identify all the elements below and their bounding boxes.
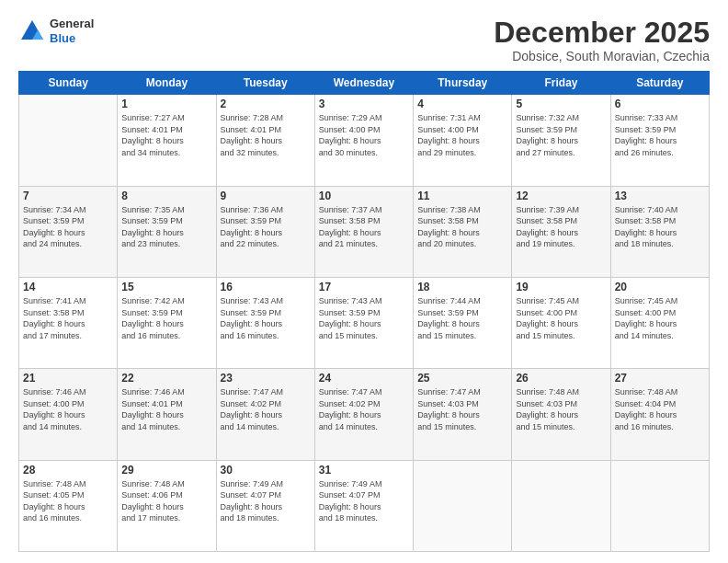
day-number: 17 <box>319 281 409 293</box>
day-info: Sunrise: 7:47 AM Sunset: 4:03 PM Dayligh… <box>417 386 507 432</box>
day-number: 1 <box>121 98 211 110</box>
day-info: Sunrise: 7:38 AM Sunset: 3:58 PM Dayligh… <box>417 204 507 250</box>
day-header-saturday: Saturday <box>610 72 709 95</box>
calendar-cell: 18Sunrise: 7:44 AM Sunset: 3:59 PM Dayli… <box>414 277 512 368</box>
calendar-cell: 7Sunrise: 7:34 AM Sunset: 3:59 PM Daylig… <box>19 186 118 277</box>
day-number: 22 <box>121 372 211 385</box>
day-header-tuesday: Tuesday <box>216 72 314 95</box>
calendar-cell: 13Sunrise: 7:40 AM Sunset: 3:58 PM Dayli… <box>610 186 709 277</box>
calendar-week-row: 21Sunrise: 7:46 AM Sunset: 4:00 PM Dayli… <box>19 369 710 460</box>
calendar-cell: 11Sunrise: 7:38 AM Sunset: 3:58 PM Dayli… <box>414 186 512 277</box>
calendar-cell: 12Sunrise: 7:39 AM Sunset: 3:58 PM Dayli… <box>512 186 610 277</box>
calendar-cell: 21Sunrise: 7:46 AM Sunset: 4:00 PM Dayli… <box>19 369 118 460</box>
day-number: 21 <box>23 372 113 385</box>
calendar-cell: 15Sunrise: 7:42 AM Sunset: 3:59 PM Dayli… <box>118 277 216 368</box>
calendar-cell <box>610 460 709 551</box>
subtitle: Dobsice, South Moravian, Czechia <box>494 49 710 63</box>
day-number: 7 <box>23 190 113 202</box>
day-info: Sunrise: 7:45 AM Sunset: 4:00 PM Dayligh… <box>516 295 606 341</box>
calendar-cell: 26Sunrise: 7:48 AM Sunset: 4:03 PM Dayli… <box>512 369 610 460</box>
calendar-cell: 2Sunrise: 7:28 AM Sunset: 4:01 PM Daylig… <box>216 95 314 186</box>
day-header-thursday: Thursday <box>414 72 512 95</box>
day-info: Sunrise: 7:34 AM Sunset: 3:59 PM Dayligh… <box>23 204 113 250</box>
calendar-cell: 4Sunrise: 7:31 AM Sunset: 4:00 PM Daylig… <box>414 95 512 186</box>
day-info: Sunrise: 7:32 AM Sunset: 3:59 PM Dayligh… <box>516 112 606 158</box>
calendar-header-row: SundayMondayTuesdayWednesdayThursdayFrid… <box>19 72 710 95</box>
page: General Blue December 2025 Dobsice, Sout… <box>0 0 728 563</box>
calendar-cell: 23Sunrise: 7:47 AM Sunset: 4:02 PM Dayli… <box>216 369 314 460</box>
day-number: 8 <box>121 190 211 202</box>
header: General Blue December 2025 Dobsice, Sout… <box>18 17 710 63</box>
day-number: 23 <box>221 372 311 385</box>
day-info: Sunrise: 7:28 AM Sunset: 4:01 PM Dayligh… <box>221 112 311 158</box>
day-info: Sunrise: 7:49 AM Sunset: 4:07 PM Dayligh… <box>221 478 311 524</box>
day-number: 25 <box>417 372 507 385</box>
day-info: Sunrise: 7:48 AM Sunset: 4:04 PM Dayligh… <box>615 386 705 432</box>
calendar-cell <box>512 460 610 551</box>
day-number: 14 <box>23 281 113 293</box>
day-number: 19 <box>516 281 606 293</box>
day-info: Sunrise: 7:49 AM Sunset: 4:07 PM Dayligh… <box>319 478 409 524</box>
day-number: 24 <box>319 372 409 385</box>
day-info: Sunrise: 7:48 AM Sunset: 4:05 PM Dayligh… <box>23 478 113 524</box>
day-info: Sunrise: 7:36 AM Sunset: 3:59 PM Dayligh… <box>221 204 311 250</box>
calendar-cell: 6Sunrise: 7:33 AM Sunset: 3:59 PM Daylig… <box>610 95 709 186</box>
logo-text: General Blue <box>50 17 94 45</box>
calendar-cell: 19Sunrise: 7:45 AM Sunset: 4:00 PM Dayli… <box>512 277 610 368</box>
calendar-cell: 8Sunrise: 7:35 AM Sunset: 3:59 PM Daylig… <box>118 186 216 277</box>
day-number: 20 <box>615 281 705 293</box>
day-info: Sunrise: 7:41 AM Sunset: 3:58 PM Dayligh… <box>23 295 113 341</box>
day-number: 12 <box>516 190 606 202</box>
calendar-cell: 10Sunrise: 7:37 AM Sunset: 3:58 PM Dayli… <box>314 186 413 277</box>
day-info: Sunrise: 7:37 AM Sunset: 3:58 PM Dayligh… <box>319 204 409 250</box>
calendar-week-row: 1Sunrise: 7:27 AM Sunset: 4:01 PM Daylig… <box>19 95 710 186</box>
day-info: Sunrise: 7:35 AM Sunset: 3:59 PM Dayligh… <box>121 204 211 250</box>
calendar-cell: 16Sunrise: 7:43 AM Sunset: 3:59 PM Dayli… <box>216 277 314 368</box>
calendar-cell: 14Sunrise: 7:41 AM Sunset: 3:58 PM Dayli… <box>19 277 118 368</box>
day-number: 2 <box>221 98 311 110</box>
calendar-cell: 20Sunrise: 7:45 AM Sunset: 4:00 PM Dayli… <box>610 277 709 368</box>
calendar-cell: 29Sunrise: 7:48 AM Sunset: 4:06 PM Dayli… <box>118 460 216 551</box>
day-info: Sunrise: 7:45 AM Sunset: 4:00 PM Dayligh… <box>615 295 705 341</box>
day-number: 6 <box>615 98 705 110</box>
day-info: Sunrise: 7:39 AM Sunset: 3:58 PM Dayligh… <box>516 204 606 250</box>
day-number: 3 <box>319 98 409 110</box>
logo-line1: General <box>50 17 94 31</box>
day-number: 29 <box>121 464 211 477</box>
day-info: Sunrise: 7:46 AM Sunset: 4:01 PM Dayligh… <box>121 386 211 432</box>
calendar-cell: 28Sunrise: 7:48 AM Sunset: 4:05 PM Dayli… <box>19 460 118 551</box>
day-info: Sunrise: 7:48 AM Sunset: 4:06 PM Dayligh… <box>121 478 211 524</box>
day-number: 31 <box>319 464 409 477</box>
day-header-friday: Friday <box>512 72 610 95</box>
day-info: Sunrise: 7:33 AM Sunset: 3:59 PM Dayligh… <box>615 112 705 158</box>
calendar-cell: 17Sunrise: 7:43 AM Sunset: 3:59 PM Dayli… <box>314 277 413 368</box>
day-info: Sunrise: 7:42 AM Sunset: 3:59 PM Dayligh… <box>121 295 211 341</box>
calendar-cell: 24Sunrise: 7:47 AM Sunset: 4:02 PM Dayli… <box>314 369 413 460</box>
calendar-week-row: 14Sunrise: 7:41 AM Sunset: 3:58 PM Dayli… <box>19 277 710 368</box>
calendar-cell: 25Sunrise: 7:47 AM Sunset: 4:03 PM Dayli… <box>414 369 512 460</box>
calendar-cell <box>414 460 512 551</box>
calendar-cell: 5Sunrise: 7:32 AM Sunset: 3:59 PM Daylig… <box>512 95 610 186</box>
day-info: Sunrise: 7:46 AM Sunset: 4:00 PM Dayligh… <box>23 386 113 432</box>
day-number: 15 <box>121 281 211 293</box>
calendar-cell: 1Sunrise: 7:27 AM Sunset: 4:01 PM Daylig… <box>118 95 216 186</box>
day-number: 4 <box>417 98 507 110</box>
day-info: Sunrise: 7:47 AM Sunset: 4:02 PM Dayligh… <box>221 386 311 432</box>
day-info: Sunrise: 7:40 AM Sunset: 3:58 PM Dayligh… <box>615 204 705 250</box>
calendar-week-row: 7Sunrise: 7:34 AM Sunset: 3:59 PM Daylig… <box>19 186 710 277</box>
calendar-cell: 3Sunrise: 7:29 AM Sunset: 4:00 PM Daylig… <box>314 95 413 186</box>
calendar-cell: 27Sunrise: 7:48 AM Sunset: 4:04 PM Dayli… <box>610 369 709 460</box>
day-number: 10 <box>319 190 409 202</box>
calendar-cell: 9Sunrise: 7:36 AM Sunset: 3:59 PM Daylig… <box>216 186 314 277</box>
calendar-week-row: 28Sunrise: 7:48 AM Sunset: 4:05 PM Dayli… <box>19 460 710 551</box>
day-info: Sunrise: 7:43 AM Sunset: 3:59 PM Dayligh… <box>221 295 311 341</box>
day-number: 18 <box>417 281 507 293</box>
day-number: 26 <box>516 372 606 385</box>
day-number: 27 <box>615 372 705 385</box>
day-info: Sunrise: 7:43 AM Sunset: 3:59 PM Dayligh… <box>319 295 409 341</box>
day-number: 5 <box>516 98 606 110</box>
title-block: December 2025 Dobsice, South Moravian, C… <box>494 17 710 63</box>
day-number: 11 <box>417 190 507 202</box>
day-number: 30 <box>221 464 311 477</box>
day-number: 28 <box>23 464 113 477</box>
